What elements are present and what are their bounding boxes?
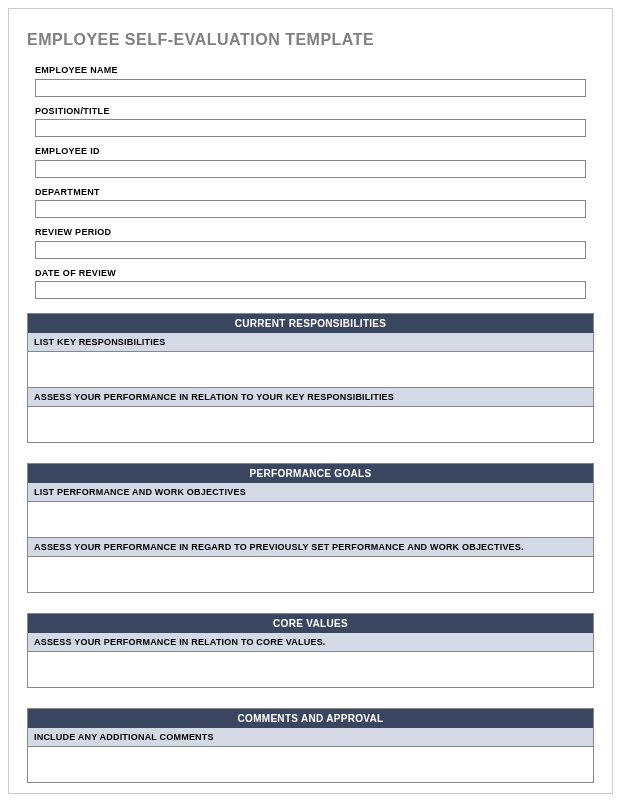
- section-gap: [27, 593, 594, 607]
- field-label: DEPARTMENT: [35, 187, 586, 197]
- field-date-of-review: DATE OF REVIEW: [27, 268, 594, 300]
- field-position-title: POSITION/TITLE: [27, 106, 594, 138]
- assess-responsibilities-textarea[interactable]: [27, 407, 594, 443]
- sub-label-assess-objectives: ASSESS YOUR PERFORMANCE IN REGARD TO PRE…: [27, 538, 594, 557]
- section-gap: [27, 443, 594, 457]
- review-period-input[interactable]: [35, 241, 586, 259]
- field-department: DEPARTMENT: [27, 187, 594, 219]
- sub-label-additional-comments: INCLUDE ANY ADDITIONAL COMMENTS: [27, 728, 594, 747]
- field-label: EMPLOYEE NAME: [35, 65, 586, 75]
- section-header-performance-goals: PERFORMANCE GOALS: [27, 463, 594, 483]
- page-title: EMPLOYEE SELF-EVALUATION TEMPLATE: [27, 31, 594, 49]
- section-gap: [27, 783, 594, 794]
- field-label: POSITION/TITLE: [35, 106, 586, 116]
- list-objectives-textarea[interactable]: [27, 502, 594, 538]
- list-responsibilities-textarea[interactable]: [27, 352, 594, 388]
- field-employee-id: EMPLOYEE ID: [27, 146, 594, 178]
- field-label: DATE OF REVIEW: [35, 268, 586, 278]
- employee-name-input[interactable]: [35, 79, 586, 97]
- sub-label-assess-responsibilities: ASSESS YOUR PERFORMANCE IN RELATION TO Y…: [27, 388, 594, 407]
- assess-objectives-textarea[interactable]: [27, 557, 594, 593]
- field-employee-name: EMPLOYEE NAME: [27, 65, 594, 97]
- employee-id-input[interactable]: [35, 160, 586, 178]
- section-header-current-responsibilities: CURRENT RESPONSIBILITIES: [27, 313, 594, 333]
- field-review-period: REVIEW PERIOD: [27, 227, 594, 259]
- section-header-comments-approval: COMMENTS AND APPROVAL: [27, 708, 594, 728]
- sub-label-list-responsibilities: LIST KEY RESPONSIBILITIES: [27, 333, 594, 352]
- field-label: EMPLOYEE ID: [35, 146, 586, 156]
- document-page: EMPLOYEE SELF-EVALUATION TEMPLATE EMPLOY…: [8, 8, 613, 794]
- field-label: REVIEW PERIOD: [35, 227, 586, 237]
- sub-label-assess-core-values: ASSESS YOUR PERFORMANCE IN RELATION TO C…: [27, 633, 594, 652]
- sub-label-list-objectives: LIST PERFORMANCE AND WORK OBJECTIVES: [27, 483, 594, 502]
- section-gap: [27, 688, 594, 702]
- department-input[interactable]: [35, 200, 586, 218]
- section-header-core-values: CORE VALUES: [27, 613, 594, 633]
- date-of-review-input[interactable]: [35, 281, 586, 299]
- assess-core-values-textarea[interactable]: [27, 652, 594, 688]
- additional-comments-textarea[interactable]: [27, 747, 594, 783]
- position-title-input[interactable]: [35, 119, 586, 137]
